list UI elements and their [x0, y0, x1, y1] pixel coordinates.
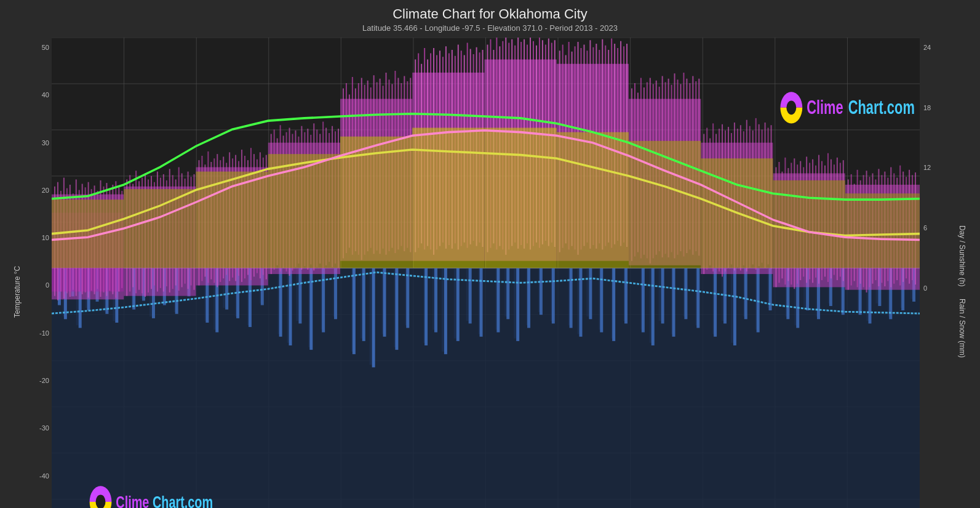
y-axis-left-label: Temperature °C [12, 38, 23, 508]
svg-rect-470 [412, 128, 484, 268]
chart-subtitle: Latitude 35.466 - Longitude -97.5 - Elev… [12, 23, 968, 33]
y-axis-left: 50 40 30 20 10 0 -10 -20 -30 -40 -50 [23, 38, 52, 508]
svg-rect-145 [552, 268, 555, 324]
svg-rect-136 [444, 268, 447, 354]
svg-rect-139 [480, 268, 483, 337]
svg-rect-162 [757, 268, 760, 333]
svg-rect-134 [424, 268, 428, 345]
y-axis-right-top: 24 18 12 6 0 [920, 38, 957, 292]
chart-area-wrapper: Temperature °C 50 40 30 20 10 0 -10 -20 … [12, 38, 968, 508]
svg-rect-152 [642, 268, 645, 333]
chart-main: Clime Chart.com Clime Chart.com Jan Feb … [52, 38, 920, 508]
svg-text:Chart.com: Chart.com [153, 492, 213, 508]
svg-rect-130 [372, 268, 375, 368]
svg-rect-150 [612, 268, 615, 341]
chart-header: Climate Chart for Oklahoma City Latitude… [12, 6, 968, 33]
svg-rect-123 [289, 268, 292, 345]
svg-rect-476 [845, 193, 920, 268]
svg-text:Clime: Clime [807, 97, 843, 118]
svg-rect-138 [469, 268, 472, 324]
svg-rect-155 [672, 268, 675, 337]
svg-rect-122 [279, 268, 282, 337]
right-axis-wrapper: 24 18 12 6 0 Day / Sunshine (h) Rain / S… [920, 38, 968, 508]
svg-text:Clime: Clime [116, 492, 149, 508]
svg-rect-156 [684, 268, 687, 320]
svg-rect-468 [268, 154, 340, 268]
svg-rect-471 [485, 128, 557, 268]
svg-rect-140 [496, 268, 500, 333]
svg-rect-132 [395, 268, 398, 350]
svg-rect-133 [406, 268, 409, 328]
svg-rect-153 [651, 268, 655, 345]
svg-rect-146 [570, 268, 573, 328]
chart-title: Climate Chart for Oklahoma City [12, 6, 968, 22]
svg-rect-161 [744, 268, 747, 320]
svg-rect-127 [334, 268, 337, 320]
svg-rect-124 [298, 268, 301, 324]
svg-rect-142 [516, 268, 519, 341]
svg-rect-131 [383, 268, 386, 337]
svg-rect-143 [527, 268, 530, 328]
svg-rect-151 [624, 268, 627, 324]
svg-rect-466 [124, 189, 196, 268]
svg-rect-160 [733, 268, 736, 345]
svg-rect-125 [309, 268, 313, 350]
svg-rect-144 [540, 268, 543, 315]
svg-rect-148 [589, 268, 592, 320]
svg-rect-157 [696, 268, 699, 328]
y-axis-right-label: Day / Sunshine (h) Rain / Snow (mm) [957, 38, 968, 508]
svg-rect-126 [322, 268, 325, 333]
svg-point-481 [786, 100, 796, 115]
svg-rect-141 [506, 268, 509, 320]
chart-svg: Clime Chart.com Clime Chart.com [52, 38, 920, 508]
svg-rect-149 [600, 268, 603, 333]
svg-rect-129 [362, 268, 365, 341]
svg-rect-128 [353, 268, 356, 354]
svg-rect-158 [714, 268, 717, 337]
svg-rect-154 [661, 268, 664, 324]
svg-text:Chart.com: Chart.com [848, 97, 915, 118]
